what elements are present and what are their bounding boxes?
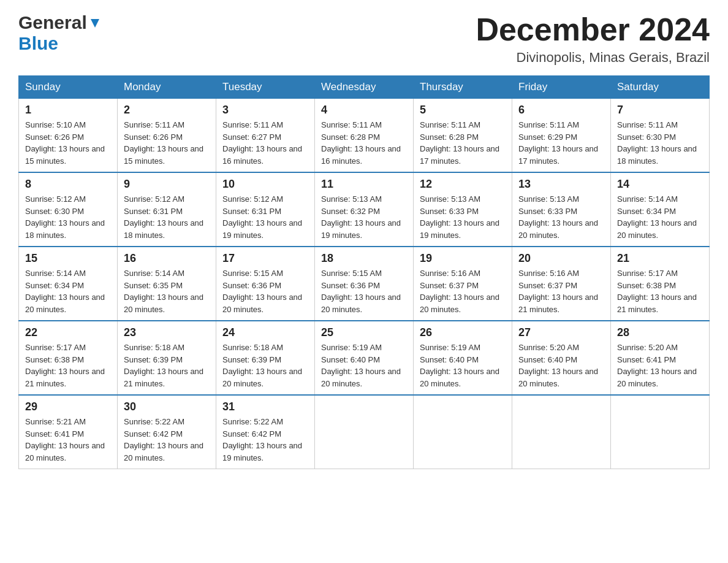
day-info: Sunrise: 5:11 AM Sunset: 6:28 PM Dayligh… xyxy=(420,119,506,167)
day-info: Sunrise: 5:12 AM Sunset: 6:30 PM Dayligh… xyxy=(25,193,111,241)
calendar-cell: 6 Sunrise: 5:11 AM Sunset: 6:29 PM Dayli… xyxy=(512,99,611,173)
column-header-friday: Friday xyxy=(512,76,611,99)
column-header-wednesday: Wednesday xyxy=(315,76,414,99)
calendar-cell: 20 Sunrise: 5:16 AM Sunset: 6:37 PM Dayl… xyxy=(512,247,611,321)
location-text: Divinopolis, Minas Gerais, Brazil xyxy=(476,50,710,66)
day-info: Sunrise: 5:12 AM Sunset: 6:31 PM Dayligh… xyxy=(124,193,210,241)
calendar-cell: 28 Sunrise: 5:20 AM Sunset: 6:41 PM Dayl… xyxy=(611,321,710,395)
day-info: Sunrise: 5:15 AM Sunset: 6:36 PM Dayligh… xyxy=(222,267,308,315)
day-number: 31 xyxy=(222,400,308,413)
title-block: December 2024 Divinopolis, Minas Gerais,… xyxy=(476,12,710,66)
day-info: Sunrise: 5:13 AM Sunset: 6:33 PM Dayligh… xyxy=(420,193,506,241)
day-info: Sunrise: 5:14 AM Sunset: 6:35 PM Dayligh… xyxy=(124,267,210,315)
day-number: 18 xyxy=(321,252,407,265)
day-number: 20 xyxy=(518,252,604,265)
day-number: 21 xyxy=(617,252,703,265)
calendar-cell: 27 Sunrise: 5:20 AM Sunset: 6:40 PM Dayl… xyxy=(512,321,611,395)
day-number: 11 xyxy=(321,178,407,191)
calendar-cell xyxy=(611,395,710,469)
calendar-cell: 18 Sunrise: 5:15 AM Sunset: 6:36 PM Dayl… xyxy=(315,247,414,321)
day-number: 26 xyxy=(420,326,506,339)
calendar-cell: 29 Sunrise: 5:21 AM Sunset: 6:41 PM Dayl… xyxy=(19,395,118,469)
calendar-week-row: 8 Sunrise: 5:12 AM Sunset: 6:30 PM Dayli… xyxy=(19,172,710,247)
day-info: Sunrise: 5:19 AM Sunset: 6:40 PM Dayligh… xyxy=(420,342,506,389)
calendar-header-row: SundayMondayTuesdayWednesdayThursdayFrid… xyxy=(19,76,710,99)
calendar-cell: 2 Sunrise: 5:11 AM Sunset: 6:26 PM Dayli… xyxy=(118,99,216,173)
calendar-cell: 17 Sunrise: 5:15 AM Sunset: 6:36 PM Dayl… xyxy=(216,247,315,321)
calendar-cell xyxy=(315,395,414,469)
calendar-cell: 24 Sunrise: 5:18 AM Sunset: 6:39 PM Dayl… xyxy=(216,321,315,395)
day-number: 13 xyxy=(518,178,604,191)
calendar-cell: 1 Sunrise: 5:10 AM Sunset: 6:26 PM Dayli… xyxy=(19,99,118,173)
day-number: 8 xyxy=(25,178,111,191)
calendar-cell: 23 Sunrise: 5:18 AM Sunset: 6:39 PM Dayl… xyxy=(118,321,216,395)
day-info: Sunrise: 5:20 AM Sunset: 6:40 PM Dayligh… xyxy=(518,342,604,389)
day-number: 5 xyxy=(420,104,506,117)
day-info: Sunrise: 5:12 AM Sunset: 6:31 PM Dayligh… xyxy=(222,193,308,241)
day-number: 30 xyxy=(124,400,210,413)
day-info: Sunrise: 5:22 AM Sunset: 6:42 PM Dayligh… xyxy=(124,416,210,464)
svg-marker-0 xyxy=(91,19,99,28)
calendar-week-row: 22 Sunrise: 5:17 AM Sunset: 6:38 PM Dayl… xyxy=(19,321,710,395)
calendar-cell xyxy=(512,395,611,469)
day-info: Sunrise: 5:10 AM Sunset: 6:26 PM Dayligh… xyxy=(25,119,111,167)
day-info: Sunrise: 5:11 AM Sunset: 6:29 PM Dayligh… xyxy=(518,119,604,167)
day-info: Sunrise: 5:21 AM Sunset: 6:41 PM Dayligh… xyxy=(25,416,111,464)
calendar-cell: 15 Sunrise: 5:14 AM Sunset: 6:34 PM Dayl… xyxy=(19,247,118,321)
logo-general-text: General xyxy=(18,12,87,33)
day-number: 6 xyxy=(518,104,604,117)
day-number: 19 xyxy=(420,252,506,265)
day-number: 1 xyxy=(25,104,111,117)
day-number: 27 xyxy=(518,326,604,339)
calendar-cell: 7 Sunrise: 5:11 AM Sunset: 6:30 PM Dayli… xyxy=(611,99,710,173)
day-info: Sunrise: 5:16 AM Sunset: 6:37 PM Dayligh… xyxy=(518,267,604,315)
day-number: 10 xyxy=(222,178,308,191)
calendar-cell: 14 Sunrise: 5:14 AM Sunset: 6:34 PM Dayl… xyxy=(611,172,710,247)
day-info: Sunrise: 5:18 AM Sunset: 6:39 PM Dayligh… xyxy=(124,342,210,389)
calendar-week-row: 1 Sunrise: 5:10 AM Sunset: 6:26 PM Dayli… xyxy=(19,99,710,173)
day-info: Sunrise: 5:18 AM Sunset: 6:39 PM Dayligh… xyxy=(222,342,308,389)
day-info: Sunrise: 5:17 AM Sunset: 6:38 PM Dayligh… xyxy=(25,342,111,389)
day-info: Sunrise: 5:17 AM Sunset: 6:38 PM Dayligh… xyxy=(617,267,703,315)
calendar-cell: 26 Sunrise: 5:19 AM Sunset: 6:40 PM Dayl… xyxy=(414,321,512,395)
page-header: General Blue December 2024 Divinopolis, … xyxy=(18,12,710,66)
column-header-saturday: Saturday xyxy=(611,76,710,99)
day-number: 7 xyxy=(617,104,703,117)
day-info: Sunrise: 5:11 AM Sunset: 6:26 PM Dayligh… xyxy=(124,119,210,167)
calendar-cell: 13 Sunrise: 5:13 AM Sunset: 6:33 PM Dayl… xyxy=(512,172,611,247)
calendar-cell: 9 Sunrise: 5:12 AM Sunset: 6:31 PM Dayli… xyxy=(118,172,216,247)
calendar-cell xyxy=(414,395,512,469)
calendar-cell: 31 Sunrise: 5:22 AM Sunset: 6:42 PM Dayl… xyxy=(216,395,315,469)
column-header-sunday: Sunday xyxy=(19,76,118,99)
calendar-cell: 8 Sunrise: 5:12 AM Sunset: 6:30 PM Dayli… xyxy=(19,172,118,247)
calendar-week-row: 29 Sunrise: 5:21 AM Sunset: 6:41 PM Dayl… xyxy=(19,395,710,469)
calendar-cell: 12 Sunrise: 5:13 AM Sunset: 6:33 PM Dayl… xyxy=(414,172,512,247)
day-number: 29 xyxy=(25,400,111,413)
day-number: 4 xyxy=(321,104,407,117)
logo: General Blue xyxy=(18,12,102,54)
day-number: 16 xyxy=(124,252,210,265)
day-number: 14 xyxy=(617,178,703,191)
day-info: Sunrise: 5:15 AM Sunset: 6:36 PM Dayligh… xyxy=(321,267,407,315)
calendar-cell: 10 Sunrise: 5:12 AM Sunset: 6:31 PM Dayl… xyxy=(216,172,315,247)
column-header-monday: Monday xyxy=(118,76,216,99)
day-number: 2 xyxy=(124,104,210,117)
column-header-tuesday: Tuesday xyxy=(216,76,315,99)
day-info: Sunrise: 5:13 AM Sunset: 6:32 PM Dayligh… xyxy=(321,193,407,241)
day-info: Sunrise: 5:16 AM Sunset: 6:37 PM Dayligh… xyxy=(420,267,506,315)
day-number: 3 xyxy=(222,104,308,117)
day-number: 24 xyxy=(222,326,308,339)
logo-arrow-icon xyxy=(88,17,102,30)
day-info: Sunrise: 5:13 AM Sunset: 6:33 PM Dayligh… xyxy=(518,193,604,241)
day-number: 25 xyxy=(321,326,407,339)
calendar-cell: 11 Sunrise: 5:13 AM Sunset: 6:32 PM Dayl… xyxy=(315,172,414,247)
calendar-cell: 5 Sunrise: 5:11 AM Sunset: 6:28 PM Dayli… xyxy=(414,99,512,173)
logo-blue-text: Blue xyxy=(18,33,58,53)
day-number: 9 xyxy=(124,178,210,191)
calendar-cell: 25 Sunrise: 5:19 AM Sunset: 6:40 PM Dayl… xyxy=(315,321,414,395)
day-info: Sunrise: 5:22 AM Sunset: 6:42 PM Dayligh… xyxy=(222,416,308,464)
day-info: Sunrise: 5:19 AM Sunset: 6:40 PM Dayligh… xyxy=(321,342,407,389)
calendar-cell: 22 Sunrise: 5:17 AM Sunset: 6:38 PM Dayl… xyxy=(19,321,118,395)
calendar-week-row: 15 Sunrise: 5:14 AM Sunset: 6:34 PM Dayl… xyxy=(19,247,710,321)
day-number: 23 xyxy=(124,326,210,339)
